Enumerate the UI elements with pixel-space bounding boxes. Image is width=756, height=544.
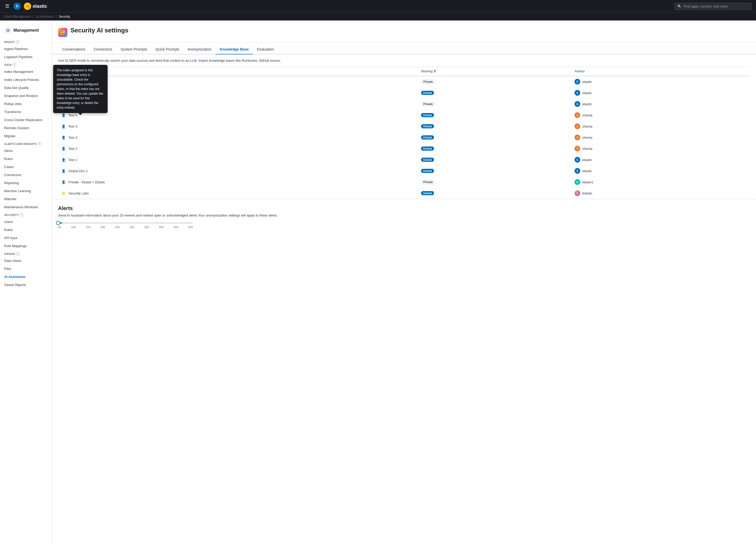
table-cell-author: K kbase1 <box>571 177 750 188</box>
sidebar-item-rules[interactable]: Rules <box>0 155 52 163</box>
sidebar-item-index-management[interactable]: Index Management <box>0 68 52 76</box>
sidebar-item-migrate[interactable]: Migrate <box>0 132 52 140</box>
row-type-icon: 👤 <box>61 113 66 117</box>
sidebar-item-reporting[interactable]: Reporting <box>0 179 52 187</box>
slider-label-350: 350 <box>144 226 149 229</box>
sidebar-item-snapshot-and-restore[interactable]: Snapshot and Restore <box>0 92 52 100</box>
author-avatar: E <box>575 90 580 96</box>
sidebar-item-ai-assistants[interactable]: AI Assistants <box>0 273 52 281</box>
sidebar-item-index-lifecycle-policies[interactable]: Index Lifecycle Policies <box>0 76 52 84</box>
table-cell-name: 👤 Test 5 <box>58 110 418 121</box>
top-navigation: ☰ D 🔶 elastic 🔍 Find apps, content, and … <box>0 0 756 12</box>
slider-label-250: 250 <box>115 226 120 229</box>
sidebar-item-machine-learning[interactable]: Machine Learning <box>0 187 52 195</box>
sidebar-item-watcher[interactable]: Watcher <box>0 195 52 203</box>
breadcrumb-stack-management[interactable]: Stack Management <box>4 15 31 18</box>
sidebar-item-connectors[interactable]: Connectors <box>0 171 52 179</box>
search-icon: 🔍 <box>677 4 682 8</box>
sidebar-item-maintenance-windows[interactable]: Maintenance Windows <box>0 203 52 211</box>
alerts-insights-info-icon[interactable]: i <box>38 142 41 146</box>
sidebar-item-logstash-pipelines[interactable]: Logstash Pipelines <box>0 53 52 61</box>
table-cell-author: E Elastic <box>571 188 750 199</box>
sidebar-section-data: Data i <box>0 61 52 68</box>
table-row: 👤 Private - Kbase + Elastic Private K kb… <box>58 177 750 188</box>
tab-connectors[interactable]: Connectors <box>90 45 117 54</box>
sidebar-item-ingest-pipelines[interactable]: Ingest Pipelines <box>0 45 52 53</box>
sidebar-section-alerts-insights-label: Alerts and Insights <box>4 142 37 145</box>
table-cell-sharing: Global <box>418 165 572 177</box>
sidebar-item-cross-cluster-replication[interactable]: Cross-Cluster Replication <box>0 116 52 124</box>
table-cell-name: 🌟 Security Labs <box>58 188 418 199</box>
sidebar-item-rollup-jobs[interactable]: Rollup Jobs <box>0 100 52 108</box>
sidebar-section-kibana: Kibana i <box>0 250 52 257</box>
alerts-slider-thumb[interactable] <box>56 221 60 225</box>
tabs-bar: Conversations Connectors System Prompts … <box>52 45 756 54</box>
sidebar-management-header: ⚙️ Management <box>0 25 52 38</box>
author-avatar: E <box>575 157 580 163</box>
sidebar-section-security-label: Security <box>4 213 19 217</box>
entry-name: Test 5 <box>68 113 77 117</box>
table-cell-name: 👤 Test 3 <box>58 132 418 143</box>
breadcrumb-separator-1: / <box>33 15 34 18</box>
breadcrumb-security: Security <box>59 15 70 18</box>
table-cell-sharing: Private <box>418 76 572 87</box>
slider-label-300: 300 <box>130 226 134 229</box>
sidebar-item-role-mappings[interactable]: Role Mappings <box>0 242 52 250</box>
data-info-icon[interactable]: i <box>13 63 16 67</box>
author-name: kbase1 <box>582 180 593 184</box>
sidebar-item-saved-objects[interactable]: Saved Objects <box>0 281 52 289</box>
app-layout: ⚙️ Management Ingest i Ingest Pipelines … <box>0 20 756 544</box>
tab-evaluation[interactable]: Evaluation <box>253 45 278 54</box>
sidebar-item-data-views[interactable]: Data Views <box>0 257 52 265</box>
table-cell-name: 👤 Test 1 <box>58 154 418 165</box>
ingest-info-icon[interactable]: i <box>16 40 19 44</box>
tab-system-prompts[interactable]: System Prompts <box>116 45 151 54</box>
author-name: elastic <box>582 169 592 173</box>
tab-conversations[interactable]: Conversations <box>58 45 90 54</box>
author-cell: E elastic <box>575 101 747 107</box>
sharing-sort-icon[interactable]: ⇅ <box>433 69 436 73</box>
security-info-icon[interactable]: i <box>20 213 23 217</box>
tab-knowledge-base[interactable]: Knowledge Base <box>215 45 253 54</box>
table-cell-sharing: Private <box>418 99 572 110</box>
tab-anonymization[interactable]: Anonymization <box>184 45 216 54</box>
table-cell-author: E elastic <box>571 165 750 177</box>
search-placeholder-text: Find apps, content, and more. <box>684 4 729 8</box>
sidebar-item-cases[interactable]: Cases <box>0 163 52 171</box>
entry-name: Test 3 <box>68 136 77 140</box>
hamburger-menu-button[interactable]: ☰ <box>4 2 10 10</box>
slider-label-400: 400 <box>159 226 164 229</box>
alerts-slider-container: 50 100 150 200 250 300 350 400 450 500 <box>58 222 750 233</box>
breadcrumb-ai-assistants[interactable]: AI Assistants <box>36 15 54 18</box>
sidebar-item-files[interactable]: Files <box>0 265 52 273</box>
table-row: 📄 Test 8 ⚠️ Private E elastic <box>58 76 750 87</box>
author-name: elastic <box>582 91 592 95</box>
sidebar-section-security: Security i <box>0 211 52 218</box>
tab-quick-prompts[interactable]: Quick Prompts <box>151 45 184 54</box>
sidebar-item-data-set-quality[interactable]: Data Set Quality <box>0 84 52 92</box>
sidebar-item-roles[interactable]: Roles <box>0 226 52 234</box>
sharing-badge-global: Global <box>421 135 434 140</box>
user-avatar[interactable]: D <box>13 3 21 10</box>
knowledge-base-table: Sharing ⇅ Author 📄 Test 8 ⚠️ Private E e… <box>58 67 750 199</box>
sidebar-item-users[interactable]: Users <box>0 218 52 226</box>
entry-name: Test 4 <box>68 124 77 128</box>
table-cell-sharing: Private <box>418 177 572 188</box>
sidebar-item-api-keys[interactable]: API keys <box>0 234 52 242</box>
tooltip-text: The index assigned to this knowledge bas… <box>57 68 103 109</box>
kibana-info-icon[interactable]: i <box>16 252 20 256</box>
table-cell-sharing: Global <box>418 110 572 121</box>
sharing-badge-global: Global <box>421 158 434 162</box>
sidebar-section-kibana-label: Kibana <box>4 252 15 255</box>
global-search-bar[interactable]: 🔍 Find apps, content, and more. <box>674 3 752 10</box>
sidebar-item-transforms[interactable]: Transforms <box>0 108 52 116</box>
author-cell: Z zhenia <box>575 146 747 151</box>
main-content: The index assigned to this knowledge bas… <box>52 20 756 544</box>
sidebar-item-remote-clusters[interactable]: Remote Clusters <box>0 124 52 132</box>
sidebar-management-label: Management <box>13 28 39 33</box>
sidebar-section-data-label: Data <box>4 63 12 66</box>
row-type-icon: 🌟 <box>61 191 66 196</box>
sidebar-item-alerts[interactable]: Alerts <box>0 147 52 155</box>
table-row: 📄 Test 6 - Updated Global E elastic <box>58 87 750 99</box>
author-cell: E Elastic <box>575 190 747 196</box>
